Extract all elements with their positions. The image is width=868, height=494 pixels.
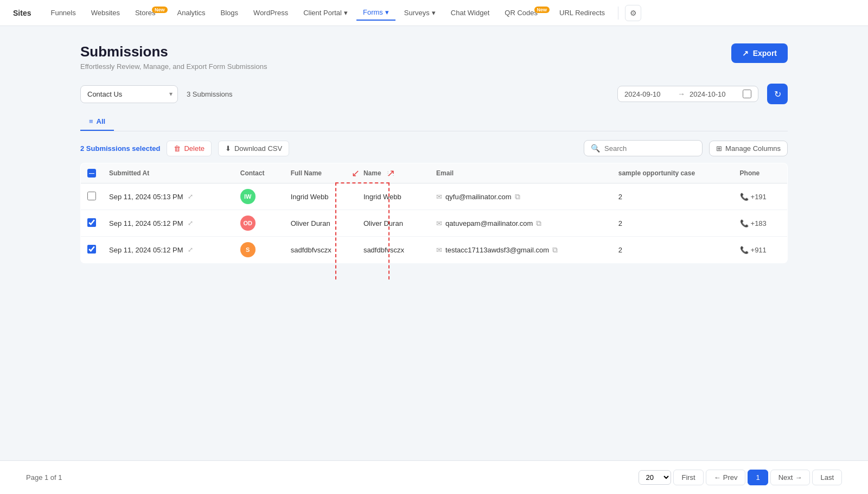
cell-email: ✉ qyfu@mailinator.com ⧉ bbox=[430, 183, 612, 210]
submissions-count: 3 Submissions bbox=[187, 90, 233, 98]
name-col-drag-handle[interactable]: ⋮⋮ bbox=[385, 170, 396, 176]
search-input[interactable] bbox=[604, 144, 695, 153]
table-row: Sep 11, 2024 05:12 PM ⤢ OD Oliver Duran … bbox=[81, 210, 788, 237]
phone-value: +191 bbox=[751, 193, 767, 201]
row-checkbox-1[interactable] bbox=[87, 192, 96, 200]
nav-item-blogs[interactable]: Blogs bbox=[214, 5, 245, 20]
export-icon: ↗ bbox=[742, 49, 749, 58]
cell-sample-opportunity-case: 2 bbox=[612, 183, 733, 210]
settings-gear-icon[interactable]: ⚙ bbox=[625, 5, 641, 21]
tab-list-icon: ≡ bbox=[89, 117, 93, 125]
date-to-input[interactable] bbox=[690, 90, 738, 98]
row-checkbox-3[interactable] bbox=[87, 245, 96, 254]
row-checkbox-cell bbox=[81, 210, 103, 237]
refresh-button[interactable]: ↻ bbox=[767, 84, 788, 104]
cell-submitted-at: Sep 11, 2024 05:12 PM ⤢ bbox=[103, 210, 234, 237]
cell-contact: IW bbox=[234, 183, 284, 210]
stores-badge: New bbox=[152, 7, 168, 13]
search-icon: 🔍 bbox=[591, 144, 600, 153]
cell-name: sadfdbfvsczx bbox=[357, 237, 430, 263]
nav-item-analytics[interactable]: Analytics bbox=[171, 5, 212, 20]
phone-value: +911 bbox=[751, 246, 767, 254]
nav-item-stores[interactable]: Stores New bbox=[129, 5, 169, 20]
cell-phone: 📞 +183 bbox=[733, 210, 788, 237]
row-checkbox-2[interactable] bbox=[87, 218, 96, 227]
header-checkbox-col bbox=[81, 163, 103, 183]
main-content: Submissions Effortlessly Review, Manage,… bbox=[54, 26, 814, 281]
nav-item-funnels[interactable]: Funnels bbox=[44, 5, 82, 20]
cell-phone: 📞 +911 bbox=[733, 237, 788, 263]
filter-row: Contact Us 3 Submissions → ↻ bbox=[80, 84, 788, 104]
form-select[interactable]: Contact Us bbox=[80, 85, 178, 103]
date-arrow-icon: → bbox=[678, 90, 685, 98]
cell-email: ✉ testacc17113awdsf3@gmail.com ⧉ bbox=[430, 237, 612, 263]
nav-item-qr-codes[interactable]: QR Codes New bbox=[498, 5, 551, 20]
nav-item-wordpress[interactable]: WordPress bbox=[247, 5, 295, 20]
page-title: Submissions bbox=[80, 43, 267, 60]
header-phone: Phone bbox=[733, 163, 788, 183]
cell-name: Oliver Duran bbox=[357, 210, 430, 237]
cell-email: ✉ qatuvepam@mailinator.com ⧉ bbox=[430, 210, 612, 237]
date-checkbox[interactable] bbox=[743, 90, 751, 98]
nav-item-chat-widget[interactable]: Chat Widget bbox=[444, 5, 496, 20]
expand-icon-2[interactable]: ⤢ bbox=[188, 219, 193, 227]
nav-item-surveys[interactable]: Surveys ▾ bbox=[398, 5, 442, 20]
copy-email-icon-3[interactable]: ⧉ bbox=[552, 245, 558, 255]
contact-avatar-3: S bbox=[240, 242, 256, 257]
header-checkbox-indeterminate[interactable] bbox=[87, 169, 96, 178]
cell-full-name: sadfdbfvsczx bbox=[284, 237, 357, 263]
cell-submitted-at-value: Sep 11, 2024 05:12 PM bbox=[109, 246, 183, 254]
date-from-input[interactable] bbox=[624, 90, 673, 98]
row-checkbox-cell bbox=[81, 237, 103, 263]
nav-item-forms[interactable]: Forms ▾ bbox=[356, 5, 395, 21]
header-name: Name ⋮⋮ bbox=[357, 163, 430, 183]
nav-item-client-portal[interactable]: Client Portal ▾ bbox=[297, 5, 354, 20]
cell-submitted-at: Sep 11, 2024 05:13 PM ⤢ bbox=[103, 183, 234, 210]
table-body: Sep 11, 2024 05:13 PM ⤢ IW Ingrid Webb I… bbox=[81, 183, 788, 263]
table-row: Sep 11, 2024 05:12 PM ⤢ S sadfdbfvsczx s… bbox=[81, 237, 788, 263]
copy-email-icon-2[interactable]: ⧉ bbox=[536, 219, 541, 228]
tabs-bar: ≡ All bbox=[80, 113, 788, 131]
toolbar: 2 Submissions selected 🗑 Delete ⬇ Downlo… bbox=[80, 140, 788, 156]
phone-icon: 📞 bbox=[740, 219, 749, 227]
header-contact: Contact bbox=[234, 163, 284, 183]
copy-email-icon-1[interactable]: ⧉ bbox=[515, 192, 520, 201]
search-box: 🔍 bbox=[584, 140, 703, 156]
delete-icon: 🗑 bbox=[174, 144, 181, 153]
expand-icon-3[interactable]: ⤢ bbox=[188, 246, 193, 254]
header-sample-opportunity-case: sample opportunity case bbox=[612, 163, 733, 183]
delete-button[interactable]: 🗑 Delete bbox=[167, 141, 212, 156]
expand-icon-1[interactable]: ⤢ bbox=[188, 193, 193, 200]
selected-info: 2 Submissions selected bbox=[80, 144, 160, 153]
cell-name: Ingrid Webb bbox=[357, 183, 430, 210]
cell-full-name: Ingrid Webb bbox=[284, 183, 357, 210]
page-title-group: Submissions Effortlessly Review, Manage,… bbox=[80, 43, 267, 71]
form-select-wrapper: Contact Us bbox=[80, 85, 178, 103]
email-icon: ✉ bbox=[436, 246, 442, 254]
phone-icon: 📞 bbox=[740, 193, 749, 201]
manage-columns-button[interactable]: ⊞ Manage Columns bbox=[709, 141, 788, 156]
cell-contact: S bbox=[234, 237, 284, 263]
phone-value: +183 bbox=[751, 219, 767, 227]
page-header: Submissions Effortlessly Review, Manage,… bbox=[80, 43, 788, 71]
header-email: Email bbox=[430, 163, 612, 183]
header-full-name: Full Name bbox=[284, 163, 357, 183]
table-header-row: Submitted At Contact Full Name Name ⋮⋮ E… bbox=[81, 163, 788, 183]
header-submitted-at: Submitted At bbox=[103, 163, 234, 183]
nav-item-websites[interactable]: Websites bbox=[85, 5, 126, 20]
qr-codes-badge: New bbox=[534, 7, 550, 13]
email-value: qatuvepam@mailinator.com bbox=[445, 219, 533, 227]
table-row: Sep 11, 2024 05:13 PM ⤢ IW Ingrid Webb I… bbox=[81, 183, 788, 210]
email-icon: ✉ bbox=[436, 219, 442, 227]
submissions-table: Submitted At Contact Full Name Name ⋮⋮ E… bbox=[80, 163, 788, 263]
cell-full-name: Oliver Duran bbox=[284, 210, 357, 237]
email-icon: ✉ bbox=[436, 193, 442, 201]
tab-all[interactable]: ≡ All bbox=[80, 113, 114, 131]
nav-items: Funnels Websites Stores New Analytics Bl… bbox=[44, 5, 641, 21]
table-wrapper: ↙ ↗ Submitted At Contact Full Name bbox=[80, 163, 788, 263]
email-value: qyfu@mailinator.com bbox=[445, 193, 512, 201]
nav-item-url-redirects[interactable]: URL Redirects bbox=[553, 5, 611, 20]
download-icon: ⬇ bbox=[225, 144, 231, 153]
download-csv-button[interactable]: ⬇ Download CSV bbox=[218, 141, 289, 156]
export-button[interactable]: ↗ Export bbox=[731, 43, 788, 63]
